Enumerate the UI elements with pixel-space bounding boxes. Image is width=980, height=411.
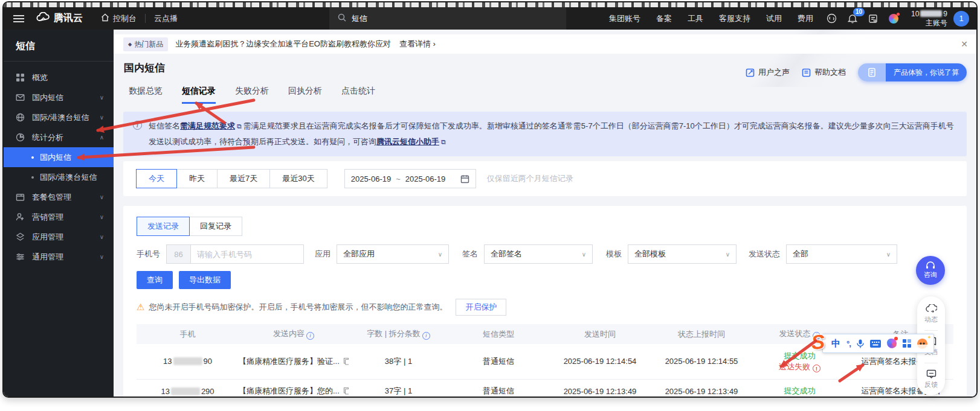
skin-blob-icon[interactable] bbox=[887, 339, 897, 348]
encryption-tip: ⚠ 您尚未开启手机号码加密保护。开启后，手机号将加密展示，但不影响您的正常查询。… bbox=[137, 299, 953, 316]
news-item[interactable]: 动态 bbox=[924, 304, 938, 324]
microphone-icon[interactable] bbox=[857, 339, 864, 348]
promo-detail-link[interactable]: 查看详情 › bbox=[399, 39, 436, 49]
app-select[interactable]: 全部应用∨ bbox=[337, 244, 449, 264]
promo-text: 业务频遭盗刷困扰？边缘安全加速平台EO防盗刷教程教你应对 bbox=[175, 39, 391, 49]
vod-label: 云点播 bbox=[154, 13, 178, 24]
cell-send-time: 2025-06-19 12:13:49 bbox=[549, 379, 651, 397]
tab-data-overview[interactable]: 数据总览 bbox=[129, 86, 163, 104]
sidebar-item-app-mgmt[interactable]: 应用管理 ∨ bbox=[4, 227, 114, 247]
screenshot-root: 腾讯云 控制台 云点播 短信 集团账号 备案 工具 bbox=[0, 0, 980, 411]
ime-punctuation-icon[interactable]: °, bbox=[846, 339, 851, 348]
document-icon bbox=[802, 68, 811, 77]
chevron-down-icon: ∨ bbox=[726, 251, 730, 258]
sidebar-item-intl-sms[interactable]: 国际/港澳台短信 ∨ bbox=[4, 107, 114, 127]
sms-assistant-link[interactable]: 腾讯云短信小助手 bbox=[376, 137, 439, 146]
date-option-7days[interactable]: 最近7天 bbox=[217, 169, 270, 188]
signature-notice-banner: i 短信签名需满足规范要求⧉需满足规范要求且在运营商完成实名报备后才可保障短信下… bbox=[123, 112, 967, 156]
mail-icon bbox=[16, 93, 25, 102]
nav-icp-filing[interactable]: 备案 bbox=[648, 13, 680, 24]
dashboard-icon bbox=[16, 73, 25, 82]
hot-product-badge: ◆ 热门新品 bbox=[123, 37, 168, 51]
sidebar-item-overview[interactable]: 概览 bbox=[4, 68, 114, 88]
tab-receipt-analysis[interactable]: 回执分析 bbox=[288, 86, 322, 104]
person-icon bbox=[16, 212, 25, 221]
account-info[interactable]: 109 主账号 bbox=[911, 10, 947, 28]
enable-protection-button[interactable]: 开启保护 bbox=[456, 299, 506, 316]
user-voice-link[interactable]: 用户之声 bbox=[746, 67, 790, 78]
date-option-30days[interactable]: 最近30天 bbox=[269, 169, 327, 188]
sidebar-item-marketing-mgmt[interactable]: 营销管理 ∨ bbox=[4, 207, 114, 227]
nav-billing[interactable]: 费用 bbox=[790, 13, 821, 24]
country-code: 86 bbox=[167, 245, 191, 263]
divider bbox=[924, 363, 938, 363]
nav-tools[interactable]: 工具 bbox=[680, 13, 711, 24]
date-option-yesterday[interactable]: 昨天 bbox=[176, 169, 218, 188]
chevron-down-icon: ∨ bbox=[100, 114, 104, 121]
apps-grid-icon[interactable] bbox=[903, 339, 911, 348]
activity-colorful-icon[interactable] bbox=[889, 14, 898, 24]
nav-trial[interactable]: 试用 bbox=[758, 13, 790, 24]
vod-product-link[interactable]: 云点播 bbox=[154, 13, 178, 24]
info-icon[interactable]: i bbox=[306, 332, 314, 340]
copy-icon[interactable] bbox=[343, 387, 349, 395]
connect-icon[interactable] bbox=[827, 13, 837, 24]
nav-support[interactable]: 客服支持 bbox=[711, 13, 758, 24]
tencent-cloud-logo[interactable]: 腾讯云 bbox=[36, 12, 83, 25]
sidebar-item-statistics[interactable]: 统计分析 ∧ bbox=[4, 127, 114, 147]
info-icon[interactable]: i bbox=[422, 332, 430, 340]
nav-group-account[interactable]: 集团账号 bbox=[601, 13, 648, 24]
spec-requirement-link[interactable]: 需满足规范要求 bbox=[180, 121, 235, 130]
tab-reply-records[interactable]: 回复记录 bbox=[189, 217, 242, 236]
cell-type: 普通短信 bbox=[448, 379, 549, 397]
filter-row: 手机号 86 应用 全部应用∨ 签名 全部签名∨ 模板 bbox=[137, 244, 953, 264]
console-link[interactable]: 控制台 bbox=[101, 13, 137, 24]
tab-sms-records[interactable]: 短信记录 bbox=[182, 86, 216, 104]
bullet-icon bbox=[31, 176, 34, 179]
date-option-today[interactable]: 今天 bbox=[136, 169, 177, 188]
home-icon bbox=[101, 13, 109, 24]
keyboard-icon[interactable] bbox=[870, 340, 881, 348]
emoji-face-icon[interactable] bbox=[917, 339, 927, 349]
sidebar-subitem-domestic-sms-active[interactable]: 国内短信 bbox=[4, 147, 114, 167]
copy-icon[interactable] bbox=[343, 357, 349, 365]
action-buttons: 查询 导出数据 bbox=[137, 271, 953, 289]
hamburger-menu-icon[interactable] bbox=[13, 13, 24, 24]
export-button[interactable]: 导出数据 bbox=[179, 271, 231, 289]
date-range-picker[interactable]: 2025-06-19 ~ 2025-06-19 bbox=[344, 169, 476, 188]
cell-phone: 13290 bbox=[137, 379, 239, 397]
error-info-icon[interactable]: ! bbox=[813, 365, 820, 372]
send-status-select[interactable]: 全部∨ bbox=[786, 244, 897, 264]
ticket-icon[interactable] bbox=[868, 14, 878, 24]
feedback-item[interactable]: 反馈 bbox=[924, 369, 938, 389]
consult-floating-button[interactable]: 咨询 bbox=[916, 256, 945, 285]
sogou-ime-toolbar[interactable]: S 中 °, bbox=[811, 331, 934, 353]
sogou-logo-icon[interactable]: S bbox=[811, 331, 825, 353]
promo-banner: ◆ 热门新品 业务频遭盗刷困扰？边缘安全加速平台EO防盗刷教程教你应对 查看详情… bbox=[114, 34, 976, 54]
sidebar-item-package-mgmt[interactable]: 套餐包管理 ∨ bbox=[4, 187, 114, 207]
sidebar-subitem-intl-sms[interactable]: 国际/港澳台短信 bbox=[4, 167, 114, 187]
global-search-input[interactable]: 短信 bbox=[329, 7, 566, 30]
col-report-time: 状态上报时间 bbox=[651, 324, 752, 344]
help-docs-link[interactable]: 帮助文档 bbox=[802, 67, 846, 78]
globe-icon bbox=[16, 113, 25, 122]
col-count: 字数 | 拆分条数i bbox=[349, 324, 448, 344]
phone-number-input[interactable] bbox=[191, 245, 303, 263]
template-select[interactable]: 全部模板∨ bbox=[628, 244, 737, 264]
sidebar-item-domestic-sms[interactable]: 国内短信 ∨ bbox=[4, 88, 114, 107]
product-experience-button[interactable]: 产品体验，你说了算 bbox=[858, 63, 967, 81]
signature-select[interactable]: 全部签名∨ bbox=[484, 244, 593, 264]
table-row[interactable]: 13290 【痛康精准医疗服务】您的... 37字 | 1 普通短信 2025-… bbox=[137, 379, 953, 397]
layers-icon bbox=[16, 232, 25, 241]
sidebar-item-general-mgmt[interactable]: 通用管理 ∨ bbox=[4, 247, 114, 267]
query-button[interactable]: 查询 bbox=[137, 271, 173, 289]
sliders-icon bbox=[16, 252, 25, 261]
user-avatar[interactable]: 1 bbox=[953, 11, 969, 27]
tab-failure-analysis[interactable]: 失败分析 bbox=[235, 86, 269, 104]
tab-click-stats[interactable]: 点击统计 bbox=[341, 86, 375, 104]
tab-send-records[interactable]: 发送记录 bbox=[137, 217, 190, 236]
close-icon[interactable]: ✕ bbox=[961, 39, 968, 49]
notifications-bell-icon[interactable]: 10 bbox=[848, 13, 857, 24]
ime-chinese-mode[interactable]: 中 bbox=[831, 338, 840, 349]
cell-content: 【痛康精准医疗服务】验证... bbox=[239, 344, 349, 379]
